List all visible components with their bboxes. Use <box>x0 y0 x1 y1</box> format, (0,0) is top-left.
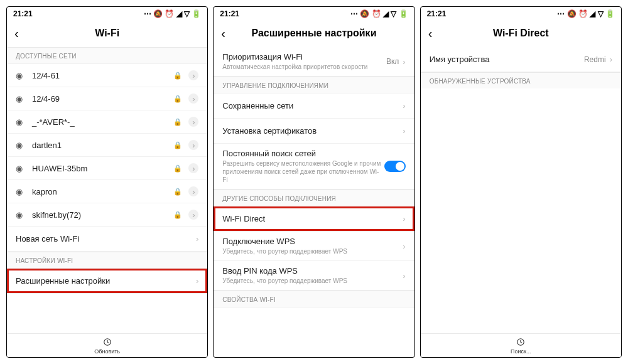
chevron-right-icon[interactable]: › <box>188 186 198 196</box>
lock-icon: 🔒 <box>173 164 182 173</box>
wifi-name: 12/4-61 <box>32 71 167 80</box>
label: Сохраненные сети <box>222 101 403 110</box>
label: Wi-Fi Direct <box>222 214 403 223</box>
wps-row[interactable]: Подключение WPS Убедитесь, что роутер по… <box>214 232 414 261</box>
chevron-right-icon: › <box>403 126 405 136</box>
screen-wifi: 21:21 ⋯ 🔕 ⏰ ◢ ▽ 🔋 ‹ Wi-Fi ДОСТУПНЫЕ СЕТИ… <box>6 6 208 358</box>
header: ‹ Wi-Fi <box>7 21 207 47</box>
chevron-right-icon[interactable]: › <box>188 117 198 127</box>
page-title: Расширенные настройки <box>221 28 406 39</box>
wifi-network-row[interactable]: ◉HUAWEI-35bm🔒› <box>7 157 207 180</box>
chevron-right-icon: › <box>403 101 405 110</box>
content: Имя устройства Redmi › ОБНАРУЖЕННЫЕ УСТР… <box>421 47 621 333</box>
label: Ввод PIN кода WPS <box>222 266 403 276</box>
label: Подключение WPS <box>222 237 403 246</box>
page-title: Wi-Fi Direct <box>428 28 614 39</box>
sublabel: Убедитесь, что роутер поддерживает WPS <box>222 247 403 255</box>
value: Вкл <box>386 57 399 66</box>
page-title: Wi-Fi <box>14 28 200 39</box>
priority-row[interactable]: Приоритизация Wi-Fi Автоматическая настр… <box>214 47 414 77</box>
value: Redmi <box>584 55 606 64</box>
status-time: 21:21 <box>13 9 33 18</box>
chevron-right-icon[interactable]: › <box>188 163 198 173</box>
chevron-right-icon: › <box>403 242 405 251</box>
sublabel: Разрешить сервису местоположения Google … <box>222 159 384 184</box>
wifi-name: HUAWEI-35bm <box>32 164 167 173</box>
label: Расширенные настройки <box>16 276 196 286</box>
content: ДОСТУПНЫЕ СЕТИ ◉12/4-61🔒› ◉12/4-69🔒› ◉_-… <box>7 47 207 333</box>
refresh-label: Обновить <box>7 348 207 355</box>
label: Новая сеть Wi-Fi <box>16 234 196 244</box>
chevron-right-icon: › <box>610 55 612 64</box>
label: Имя устройства <box>430 55 584 64</box>
status-time: 21:21 <box>220 9 239 18</box>
status-icons: ⋯ 🔕 ⏰ ◢ ▽ 🔋 <box>557 9 615 18</box>
wifi-network-row[interactable]: ◉12/4-69🔒› <box>7 87 207 110</box>
sublabel: Убедитесь, что роутер поддерживает WPS <box>222 277 403 285</box>
label: Установка сертификатов <box>222 126 403 136</box>
section-props: СВОЙСТВА WI-FI <box>214 291 414 308</box>
wifi-network-row[interactable]: ◉dartlen1🔒› <box>7 134 207 157</box>
scan-always-row[interactable]: Постоянный поиск сетей Разрешить сервису… <box>214 144 414 190</box>
wifi-direct-row[interactable]: Wi-Fi Direct› <box>214 206 414 232</box>
wifi-icon: ◉ <box>16 141 26 150</box>
wifi-network-row[interactable]: ◉12/4-61🔒› <box>7 64 207 87</box>
label: Приоритизация Wi-Fi <box>222 52 386 62</box>
wifi-icon: ◉ <box>16 117 26 127</box>
wifi-icon: ◉ <box>16 164 26 173</box>
status-bar: 21:21 ⋯ 🔕 ⏰ ◢ ▽ 🔋 <box>214 7 414 21</box>
device-name-row[interactable]: Имя устройства Redmi › <box>421 47 621 72</box>
wifi-network-row[interactable]: ◉_-*AVER*-_🔒› <box>7 110 207 134</box>
lock-icon: 🔒 <box>173 188 182 196</box>
chevron-right-icon: › <box>196 234 198 244</box>
chevron-right-icon: › <box>403 214 405 223</box>
saved-networks-row[interactable]: Сохраненные сети› <box>214 94 414 119</box>
lock-icon: 🔒 <box>173 141 182 149</box>
status-bar: 21:21 ⋯ 🔕 ⏰ ◢ ▽ 🔋 <box>421 7 621 21</box>
section-available: ДОСТУПНЫЕ СЕТИ <box>7 47 207 64</box>
wifi-name: _-*AVER*-_ <box>32 117 167 127</box>
bottom-bar: Обновить <box>7 333 207 357</box>
lock-icon: 🔒 <box>173 118 182 126</box>
header: ‹ Расширенные настройки <box>214 21 414 47</box>
wifi-name: dartlen1 <box>32 141 167 150</box>
wifi-icon: ◉ <box>16 187 26 196</box>
section-discovered: ОБНАРУЖЕННЫЕ УСТРОЙСТВА <box>421 72 621 88</box>
new-network-row[interactable]: Новая сеть Wi-Fi› <box>7 227 207 252</box>
wifi-icon: ◉ <box>16 71 26 80</box>
chevron-right-icon[interactable]: › <box>188 140 198 150</box>
sublabel: Автоматическая настройка приоритетов ско… <box>222 63 386 71</box>
chevron-right-icon[interactable]: › <box>188 70 198 80</box>
chevron-right-icon[interactable]: › <box>188 94 198 104</box>
status-bar: 21:21 ⋯ 🔕 ⏰ ◢ ▽ 🔋 <box>7 7 207 21</box>
label: Постоянный поиск сетей <box>222 149 384 158</box>
refresh-icon[interactable] <box>7 338 207 348</box>
status-icons: ⋯ 🔕 ⏰ ◢ ▽ 🔋 <box>350 9 408 18</box>
wifi-icon: ◉ <box>16 210 26 220</box>
toggle-switch[interactable] <box>384 161 406 172</box>
chevron-right-icon: › <box>403 57 405 67</box>
chevron-right-icon[interactable]: › <box>188 210 198 220</box>
advanced-settings-row[interactable]: Расширенные настройки› <box>7 269 207 294</box>
search-label: Поиск... <box>421 348 621 355</box>
section-settings: НАСТРОЙКИ WI-FI <box>7 252 207 269</box>
wifi-network-row[interactable]: ◉kapron🔒› <box>7 180 207 203</box>
content: Приоритизация Wi-Fi Автоматическая настр… <box>214 47 414 357</box>
wifi-network-row[interactable]: ◉skifnet.by(72)🔒› <box>7 203 207 227</box>
screen-wifi-direct: 21:21 ⋯ 🔕 ⏰ ◢ ▽ 🔋 ‹ Wi-Fi Direct Имя уст… <box>420 6 622 358</box>
wifi-name: kapron <box>32 187 167 196</box>
wps-pin-row[interactable]: Ввод PIN кода WPS Убедитесь, что роутер … <box>214 261 414 291</box>
search-spinner-icon[interactable] <box>421 338 621 348</box>
wifi-name: 12/4-69 <box>32 94 167 104</box>
install-certs-row[interactable]: Установка сертификатов› <box>214 119 414 144</box>
lock-icon: 🔒 <box>173 72 182 80</box>
chevron-right-icon: › <box>196 276 198 286</box>
chevron-right-icon: › <box>403 271 405 281</box>
header: ‹ Wi-Fi Direct <box>421 21 621 47</box>
status-time: 21:21 <box>427 9 447 18</box>
section-conn: УПРАВЛЕНИЕ ПОДКЛЮЧЕНИЯМИ <box>214 77 414 94</box>
lock-icon: 🔒 <box>173 211 182 219</box>
screen-advanced: 21:21 ⋯ 🔕 ⏰ ◢ ▽ 🔋 ‹ Расширенные настройк… <box>213 6 414 358</box>
lock-icon: 🔒 <box>173 95 182 103</box>
wifi-name: skifnet.by(72) <box>32 210 167 220</box>
